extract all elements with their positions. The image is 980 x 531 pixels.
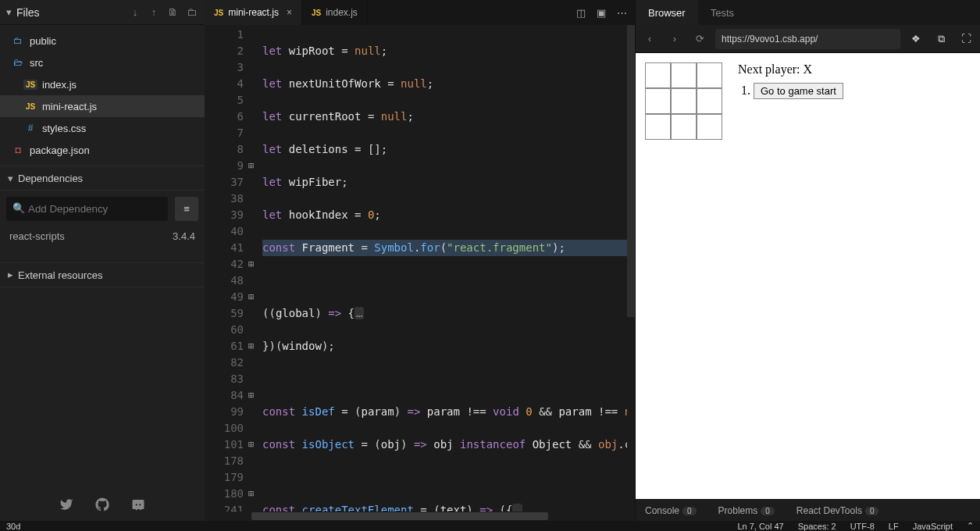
codesandbox-icon[interactable]: ❖: [907, 33, 925, 45]
files-header: ▾ Files ↓ ↑ 🗎 🗀: [0, 0, 205, 25]
dependency-version: 3.4.4: [173, 230, 195, 242]
tab-problems[interactable]: Problems0: [718, 505, 775, 516]
editor-tabs: JS mini-react.js × JS index.js ◫ ▣ ⋯: [205, 0, 635, 25]
code-text[interactable]: let wipRoot = null; let nextUnitOfWork =…: [259, 25, 627, 511]
js-file-icon: JS: [214, 9, 223, 17]
new-file-icon[interactable]: 🗎: [166, 6, 180, 18]
status-encoding[interactable]: UTF-8: [850, 522, 875, 531]
expand-icon[interactable]: ⛶: [957, 33, 975, 45]
status-cursor[interactable]: Ln 7, Col 47: [737, 522, 783, 531]
dependency-menu-button[interactable]: ≡: [175, 197, 198, 221]
file-package-json[interactable]: ◘ package.json: [0, 139, 205, 161]
sidebar-footer: [0, 490, 205, 521]
goto-start-button[interactable]: Go to game start: [754, 83, 843, 99]
external-resources-header[interactable]: ▸ External resources: [0, 262, 205, 287]
status-eol[interactable]: LF: [889, 522, 899, 531]
tab-browser[interactable]: Browser: [636, 0, 698, 25]
board-cell[interactable]: [697, 62, 722, 88]
upload-icon[interactable]: ↑: [147, 6, 161, 18]
minimap[interactable]: [627, 25, 635, 511]
file-index-js[interactable]: JS index.js: [0, 73, 205, 95]
board-cell[interactable]: [645, 62, 671, 88]
github-icon[interactable]: [95, 497, 109, 514]
folder-label: public: [30, 35, 56, 47]
tab-mini-react[interactable]: JS mini-react.js ×: [205, 0, 302, 25]
layout-icon[interactable]: ▣: [597, 7, 606, 19]
dependency-search-input[interactable]: [6, 197, 168, 221]
js-file-icon: JS: [312, 9, 321, 17]
new-window-icon[interactable]: ⧉: [932, 33, 950, 45]
board-cell[interactable]: [671, 114, 697, 140]
preview-tabs: Browser Tests: [636, 0, 980, 25]
chevron-down-icon[interactable]: ▾: [6, 6, 12, 18]
json-file-icon: ◘: [11, 144, 25, 155]
status-left[interactable]: 30d: [6, 522, 723, 531]
chevron-right-icon: ▸: [8, 269, 13, 280]
more-icon[interactable]: ⋯: [617, 7, 627, 19]
discord-icon[interactable]: [131, 497, 145, 514]
split-editor-icon[interactable]: ◫: [576, 7, 586, 19]
tab-index[interactable]: JS index.js: [302, 0, 368, 25]
folder-open-icon: 🗁: [11, 57, 25, 68]
js-file-icon: JS: [23, 102, 37, 112]
board-cell[interactable]: [645, 88, 671, 114]
url-input[interactable]: [715, 29, 900, 49]
file-styles-css[interactable]: # styles.css: [0, 117, 205, 139]
bottom-panel-tabs: Console0 Problems0 React DevTools0: [636, 499, 980, 521]
dependencies-label: Dependencies: [18, 173, 83, 184]
file-label: index.js: [42, 79, 77, 91]
dependencies-header[interactable]: ▾ Dependencies: [0, 166, 205, 191]
close-icon[interactable]: ×: [287, 7, 292, 18]
tab-tests[interactable]: Tests: [698, 0, 747, 25]
tab-react-devtools[interactable]: React DevTools0: [796, 505, 879, 516]
external-resources-label: External resources: [18, 269, 102, 281]
dependency-row[interactable]: react-scripts 3.4.4: [0, 226, 205, 244]
file-label: package.json: [30, 144, 90, 156]
fold-column: ⊞ ⊞ ⊞ ⊞ ⊞ ⊞ ⊞: [248, 25, 259, 511]
code-area[interactable]: 1234567893738394041424849596061828384991…: [205, 25, 635, 511]
forward-icon[interactable]: ›: [665, 33, 684, 45]
tab-label: mini-react.js: [228, 7, 279, 18]
sidebar: ▾ Files ↓ ↑ 🗎 🗀 🗀 public 🗁 src JS index.…: [0, 0, 205, 521]
js-file-icon: JS: [23, 80, 37, 90]
chevron-down-icon: ▾: [8, 173, 13, 184]
board-cell[interactable]: [671, 62, 697, 88]
twitter-icon[interactable]: [59, 497, 73, 514]
board-cell[interactable]: [697, 114, 722, 140]
status-spaces[interactable]: Spaces: 2: [798, 522, 836, 531]
editor-pane: JS mini-react.js × JS index.js ◫ ▣ ⋯ 123…: [205, 0, 635, 521]
status-bar: 30d Ln 7, Col 47 Spaces: 2 UTF-8 LF Java…: [0, 521, 980, 531]
new-folder-icon[interactable]: 🗀: [184, 6, 198, 18]
file-mini-react-js[interactable]: JS mini-react.js: [0, 95, 205, 117]
line-gutter: 1234567893738394041424849596061828384991…: [205, 25, 248, 511]
folder-label: src: [30, 57, 43, 69]
editor-actions: ◫ ▣ ⋯: [568, 0, 635, 25]
css-file-icon: #: [23, 123, 37, 134]
horizontal-scrollbar[interactable]: [205, 511, 635, 521]
game-board: [645, 62, 722, 140]
back-icon[interactable]: ‹: [640, 33, 659, 45]
board-cell[interactable]: [645, 114, 671, 140]
file-label: mini-react.js: [42, 101, 97, 112]
tab-label: index.js: [326, 7, 358, 18]
game-status: Next player: X: [738, 62, 843, 77]
tab-console[interactable]: Console0: [645, 505, 697, 516]
file-label: styles.css: [42, 123, 86, 134]
download-icon[interactable]: ↓: [128, 6, 142, 18]
files-title: Files: [16, 6, 123, 19]
preview-pane: Browser Tests ‹ › ⟳ ❖ ⧉ ⛶ Next player: X: [635, 0, 980, 521]
file-tree: 🗀 public 🗁 src JS index.js JS mini-react…: [0, 25, 205, 166]
status-lang[interactable]: JavaScript: [913, 522, 953, 531]
chevron-up-icon[interactable]: ⌃: [967, 521, 974, 531]
folder-public[interactable]: 🗀 public: [0, 30, 205, 52]
reload-icon[interactable]: ⟳: [690, 33, 709, 45]
dependency-name: react-scripts: [9, 230, 65, 242]
browser-toolbar: ‹ › ⟳ ❖ ⧉ ⛶: [636, 25, 980, 53]
browser-frame: Next player: X Go to game start: [636, 53, 980, 499]
moves-list: Go to game start: [738, 83, 843, 99]
board-cell[interactable]: [671, 88, 697, 114]
dependency-search-row: 🔍 ≡: [0, 191, 205, 226]
board-cell[interactable]: [697, 88, 722, 114]
folder-src[interactable]: 🗁 src: [0, 52, 205, 73]
folder-icon: 🗀: [11, 35, 25, 46]
